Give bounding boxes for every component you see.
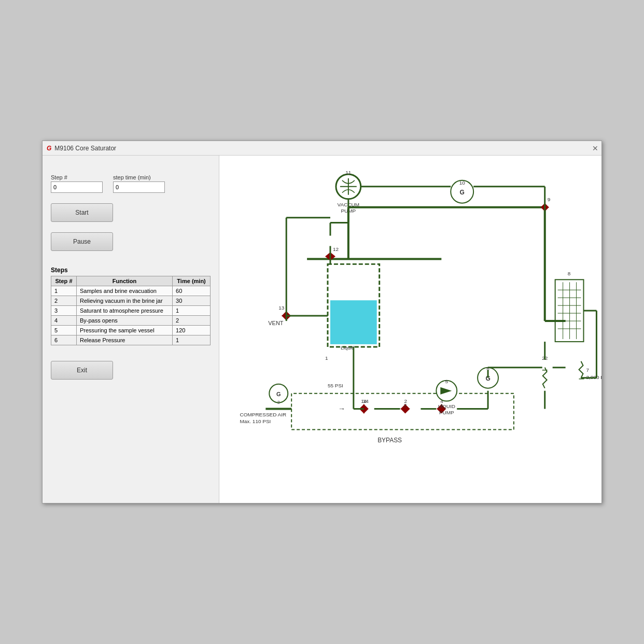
col-time: Time (min) xyxy=(173,276,211,286)
cell-step: 5 xyxy=(51,326,77,335)
cell-time: 1 xyxy=(173,306,211,316)
cell-time: 60 xyxy=(173,286,211,296)
vent-label: VENT xyxy=(268,320,284,326)
svg-text:7: 7 xyxy=(586,367,589,373)
step-time-group: step time (min) xyxy=(113,174,165,193)
main-window: G M9106 Core Saturator ✕ Step # step tim… xyxy=(42,141,602,503)
app-logo: G xyxy=(47,145,51,152)
table-row: 5Pressuring the sample vessel120 xyxy=(51,326,211,335)
cell-time: 120 xyxy=(173,326,211,335)
col-step-num: Step # xyxy=(51,276,77,286)
steps-table: Step # Function Time (min) 1Samples and … xyxy=(51,276,211,345)
svg-text:14: 14 xyxy=(361,398,367,404)
process-diagram: BYPASS → COMPRESSED AIR Max. 110 PSI G 3… xyxy=(219,156,601,503)
table-row: 1Samples and brine evacuation60 xyxy=(51,286,211,296)
cell-step: 1 xyxy=(51,286,77,296)
svg-text:12: 12 xyxy=(333,246,339,252)
svg-rect-15 xyxy=(330,300,377,344)
cell-function: By-pass opens xyxy=(77,316,173,326)
svg-text:3: 3 xyxy=(277,400,280,405)
psi-55-label: 55 PSI xyxy=(328,383,343,388)
svg-text:PUMP: PUMP xyxy=(439,410,454,415)
step-number-label: Step # xyxy=(51,174,103,180)
comp-1-label: 1 xyxy=(325,355,328,361)
left-panel: Step # step time (min) Start Pause Steps xyxy=(43,156,219,503)
svg-text:G: G xyxy=(276,391,281,397)
cell-function: Relieving vacuum in the brine jar xyxy=(77,296,173,306)
window-title: M9106 Core Saturator xyxy=(54,145,116,152)
svg-text:9: 9 xyxy=(548,197,551,202)
table-row: 3Saturant to atmosphere pressure1 xyxy=(51,306,211,316)
svg-text:4: 4 xyxy=(440,402,443,408)
cell-function: Release Pressure xyxy=(77,335,173,345)
compressed-air-label: COMPRESSED AIR xyxy=(240,412,286,417)
step-number-input[interactable] xyxy=(51,181,103,193)
step-info-area: Step # step time (min) xyxy=(51,174,211,193)
svg-text:13: 13 xyxy=(278,305,285,311)
col-function: Function xyxy=(77,276,173,286)
cell-step: 3 xyxy=(51,306,77,316)
close-button[interactable]: ✕ xyxy=(592,144,598,152)
pause-button[interactable]: Pause xyxy=(51,232,113,251)
liquid-label: Liquid xyxy=(341,345,355,351)
cell-step: 4 xyxy=(51,316,77,326)
title-bar: G M9106 Core Saturator ✕ xyxy=(43,141,601,156)
diagram-panel: BYPASS → COMPRESSED AIR Max. 110 PSI G 3… xyxy=(219,156,601,503)
cell-function: Pressuring the sample vessel xyxy=(77,326,173,335)
table-row: 2Relieving vacuum in the brine jar30 xyxy=(51,296,211,306)
svg-text:→: → xyxy=(338,404,345,413)
step-time-input[interactable] xyxy=(113,181,165,193)
table-row: 6Release Pressure1 xyxy=(51,335,211,345)
cell-time: 2 xyxy=(173,316,211,326)
svg-text:8: 8 xyxy=(568,271,571,276)
table-row: 4By-pass opens2 xyxy=(51,316,211,326)
svg-text:11: 11 xyxy=(345,170,352,175)
step-time-label: step time (min) xyxy=(113,174,165,180)
start-button[interactable]: Start xyxy=(51,203,113,222)
svg-text:G: G xyxy=(460,189,465,196)
exit-button[interactable]: Exit xyxy=(51,361,113,380)
cell-step: 6 xyxy=(51,335,77,345)
svg-text:5: 5 xyxy=(445,379,449,384)
cell-function: Saturant to atmosphere pressure xyxy=(77,306,173,316)
cell-step: 2 xyxy=(51,296,77,306)
step-number-group: Step # xyxy=(51,174,103,193)
svg-text:10: 10 xyxy=(459,180,466,186)
cell-time: 30 xyxy=(173,296,211,306)
steps-section: Steps Step # Function Time (min) 1Sample… xyxy=(51,267,211,345)
bypass-label: BYPASS xyxy=(377,437,402,444)
svg-text:2,000 PSI: 2,000 PSI xyxy=(586,374,601,380)
cell-time: 1 xyxy=(173,335,211,345)
steps-label: Steps xyxy=(51,267,211,274)
compressed-air-max-label: Max. 110 PSI xyxy=(240,418,271,424)
svg-text:2: 2 xyxy=(404,402,407,408)
cell-function: Samples and brine evacuation xyxy=(77,286,173,296)
